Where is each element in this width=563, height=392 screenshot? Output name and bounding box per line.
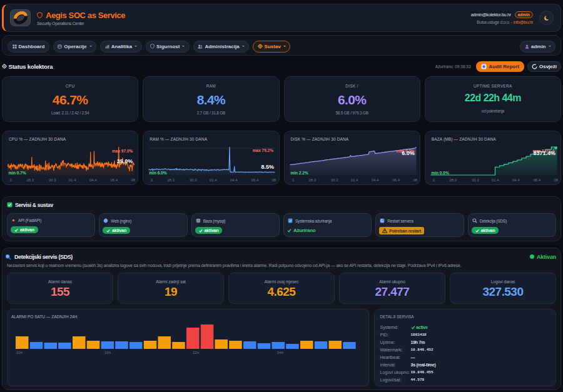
svg-text:min 2.2%: min 2.2% — [290, 171, 308, 175]
svg-text:3.: 3. — [432, 178, 435, 182]
svg-text:01.4: 01.4 — [492, 178, 499, 182]
svg-text:8371.4%: 8371.4% — [533, 150, 555, 156]
svg-text:3.: 3. — [292, 178, 295, 182]
svg-text:max 97.0%: max 97.0% — [112, 149, 133, 153]
svg-text:28.3: 28.3 — [27, 178, 34, 182]
svg-text:28.3: 28.3 — [308, 178, 316, 182]
svg-text:06.4: 06.4 — [392, 178, 400, 182]
svg-text:01.4: 01.4 — [210, 178, 217, 182]
svg-text:30.3: 30.3 — [331, 178, 338, 182]
svg-text:max 79.2%: max 79.2% — [253, 148, 273, 153]
svg-text:30.3: 30.3 — [49, 178, 56, 182]
svg-text:04.4: 04.4 — [512, 178, 520, 182]
svg-text:3.: 3. — [10, 178, 13, 182]
svg-text:06.4: 06.4 — [251, 178, 259, 182]
svg-text:01.4: 01.4 — [351, 178, 358, 182]
svg-text:3.: 3. — [151, 178, 154, 182]
svg-text:01.4: 01.4 — [69, 178, 76, 182]
svg-text:min 6.0%: min 6.0% — [150, 171, 167, 175]
svg-text:08: 08 — [272, 178, 276, 182]
svg-text:04.4: 04.4 — [230, 178, 238, 182]
svg-text:04.4: 04.4 — [89, 178, 97, 182]
svg-text:28.3: 28.3 — [168, 178, 175, 182]
svg-text:30.3: 30.3 — [190, 178, 197, 182]
svg-text:04h: 04h — [277, 351, 283, 354]
svg-text:30.3: 30.3 — [472, 178, 479, 182]
svg-text:10h: 10h — [16, 351, 23, 354]
svg-text:22h: 22h — [193, 351, 199, 354]
svg-text:04.4: 04.4 — [372, 178, 379, 182]
svg-text:08: 08 — [131, 178, 136, 182]
svg-text:06.4: 06.4 — [111, 178, 118, 182]
svg-text:28.3: 28.3 — [449, 178, 457, 182]
svg-text:min 0.0%: min 0.0% — [431, 171, 449, 175]
svg-text:35.0%: 35.0% — [117, 158, 133, 164]
svg-text:min 0.7%: min 0.7% — [9, 171, 26, 175]
svg-text:08: 08 — [413, 178, 417, 182]
svg-text:06.4: 06.4 — [533, 178, 540, 182]
svg-text:8.5%: 8.5% — [261, 164, 275, 170]
svg-text:6.0%: 6.0% — [402, 150, 415, 156]
svg-text:08: 08 — [554, 178, 558, 182]
svg-text:16h: 16h — [104, 351, 111, 354]
